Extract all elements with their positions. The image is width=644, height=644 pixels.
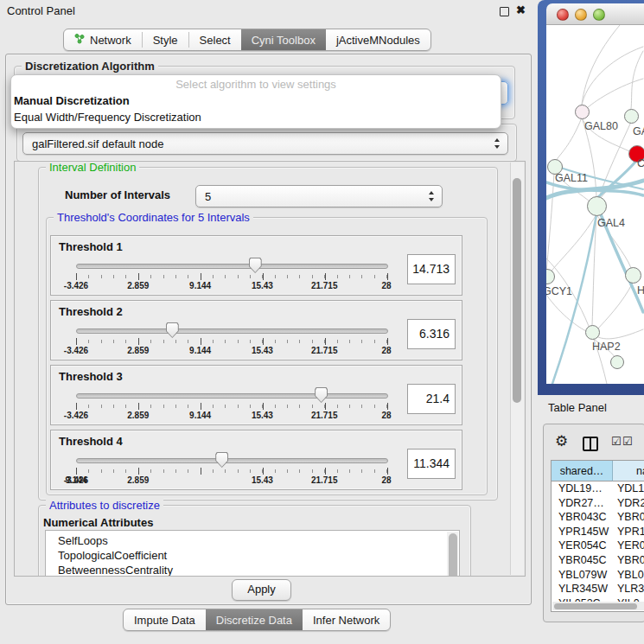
number-of-intervals-label: Number of Intervals (65, 185, 170, 206)
numerical-attributes-list: SelfLoops TopologicalCoefficient Between… (45, 530, 460, 577)
apply-button[interactable]: Apply (232, 579, 291, 601)
scrollbar-thumb[interactable] (513, 178, 521, 403)
threshold-4-label: Threshold 4 (59, 435, 123, 448)
node-gal4[interactable] (587, 196, 607, 216)
threshold-3-value-field[interactable]: 21.4 (407, 384, 456, 414)
checkbox-icon[interactable]: ☑ (611, 435, 622, 448)
node-label-gcy1: GCY1 (546, 285, 572, 297)
attributes-group: Attributes to discretize Numerical Attri… (38, 505, 471, 577)
tab-network-label: Network (90, 34, 131, 47)
list-item[interactable]: SelfLoops (46, 531, 459, 548)
slider-ticks (76, 273, 387, 280)
number-of-intervals-combo[interactable]: 5 (195, 185, 443, 207)
threshold-panel-2: Threshold 2 -3.4262.859 9.14415.43 21.71… (50, 300, 462, 360)
vertical-scrollbar[interactable] (510, 163, 524, 575)
column-header-name[interactable]: na (613, 461, 644, 481)
float-window-icon[interactable] (500, 7, 509, 16)
cyni-bottom-tabstrip: Impute Data Discretize Data Infer Networ… (123, 609, 391, 631)
combo-arrows-icon (494, 138, 501, 149)
threshold-1-slider-thumb[interactable] (249, 258, 262, 273)
table-data-combo[interactable]: galFiltered.sif default node (22, 132, 508, 155)
control-panel-tabstrip: Network Style Select Cyni Toolbox jActiv… (63, 29, 431, 51)
threshold-1-label: Threshold 1 (59, 240, 123, 253)
attributes-group-title: Attributes to discretize (46, 499, 163, 512)
table-row[interactable]: YDL19…YDL1 (552, 481, 644, 496)
discretization-algorithm-group-title: Discretization Algorithm (22, 60, 158, 73)
interval-definition-group-title: Interval Definition (46, 161, 139, 174)
thresholds-group: Threshold's Coordinates for 5 Intervals … (46, 217, 488, 495)
checkbox-icon[interactable]: ☑ (622, 435, 633, 448)
table-row[interactable]: YLR345WYLR3 (552, 582, 644, 596)
table-row[interactable]: YBR043CYBR0 (552, 510, 644, 525)
horizontal-scrollbar[interactable] (552, 602, 644, 610)
list-item[interactable]: BetweennessCentrality (46, 563, 459, 577)
slider-scale-labels: -3.4262.859 9.14415.43 21.71528 (76, 411, 386, 420)
node-top-right[interactable] (624, 109, 639, 124)
node-label-ga: GA (633, 125, 644, 137)
node-hap2[interactable] (585, 325, 600, 340)
threshold-4-value-field[interactable]: 11.344 (407, 449, 456, 479)
network-view-window: GAL80 GA C GAL11 GAL4 GCY1 H HAP2 (538, 0, 644, 395)
threshold-4-slider[interactable] (76, 458, 388, 463)
interval-definition-group: Interval Definition Number of Intervals … (38, 167, 498, 501)
popup-item-equal-width-frequency[interactable]: Equal Width/Frequency Discretization (11, 109, 501, 125)
slider-ticks (76, 338, 387, 345)
table-row[interactable]: YER054CYER0 (552, 539, 644, 553)
slider-scale-labels: -3.4262.859 9.14415.43 21.71528 (76, 346, 386, 355)
tab-jactivemnodules[interactable]: jActiveMNodules (326, 29, 430, 50)
node-label-h: H (637, 284, 644, 296)
threshold-2-value-field[interactable]: 6.316 (407, 319, 456, 349)
control-panel-titlebar: Control Panel ✖ (0, 0, 536, 22)
node-label-gal4: GAL4 (597, 217, 625, 229)
threshold-4-slider-thumb[interactable] (215, 452, 228, 468)
thresholds-group-title: Threshold's Coordinates for 5 Intervals (54, 211, 253, 224)
algorithm-dropdown-popup: Select algorithm to view settings Manual… (10, 74, 501, 129)
tab-style[interactable]: Style (143, 29, 188, 50)
threshold-3-slider[interactable] (76, 393, 388, 399)
table-row[interactable]: YBR045CYBR0 (552, 553, 644, 568)
tab-select[interactable]: Select (189, 29, 241, 50)
table-data-combo-value: galFiltered.sif default node (32, 133, 163, 154)
network-canvas[interactable]: GAL80 GA C GAL11 GAL4 GCY1 H HAP2 (546, 25, 644, 384)
tab-impute-data[interactable]: Impute Data (124, 609, 206, 630)
threshold-3-slider-thumb[interactable] (315, 387, 328, 403)
popup-item-manual-discretization[interactable]: Manual Discretization (11, 92, 501, 109)
network-window-titlebar[interactable] (546, 3, 644, 25)
table-row[interactable]: YPR145WYPR1 (552, 525, 644, 539)
slider-scale-labels: -3.4262.859 9.14415.43 21.71528 (76, 281, 386, 290)
close-icon[interactable]: ✖ (516, 3, 526, 16)
slider-ticks (76, 403, 387, 410)
threshold-1-value-field[interactable]: 14.713 (407, 254, 456, 284)
close-traffic-light[interactable] (557, 9, 569, 21)
table-panel-title: Table Panel (548, 401, 607, 414)
table-row[interactable]: YBL079WYBL0 (552, 568, 644, 583)
tab-network[interactable]: Network (64, 29, 142, 50)
column-header-shared-name[interactable]: shared… (552, 461, 613, 481)
threshold-1-slider[interactable] (76, 264, 388, 269)
tab-infer-network[interactable]: Infer Network (303, 609, 390, 630)
minimize-traffic-light[interactable] (575, 9, 587, 21)
gear-icon[interactable]: ⚙ (555, 434, 568, 449)
threshold-panel-3: Threshold 3 -3.4262.859 9.14415.43 21.71… (50, 365, 462, 425)
zoom-traffic-light[interactable] (593, 9, 605, 21)
threshold-2-slider[interactable] (76, 328, 388, 334)
tab-cyni-toolbox[interactable]: Cyni Toolbox (241, 29, 326, 50)
table-panel: ⚙ ☑ ☑ shared… na YDL19…YDL1 YDR27…YDR2 Y… (543, 424, 644, 622)
table-data-group: Table Data galFiltered.sif default node (16, 124, 517, 162)
network-icon (74, 33, 85, 47)
node-attribute-table: shared… na YDL19…YDL1 YDR27…YDR2 YBR043C… (551, 460, 644, 612)
table-row[interactable]: YDR27…YDR2 (552, 496, 644, 511)
node-gal80[interactable] (575, 105, 590, 119)
tab-discretize-data[interactable]: Discretize Data (206, 609, 303, 630)
scrollbar-thumb[interactable] (554, 603, 637, 609)
threshold-panel-4: Threshold 4 -3.4262.859 9.14415.43 21.71… (50, 430, 462, 490)
threshold-3-label: Threshold 3 (59, 370, 123, 383)
column-split-icon[interactable] (583, 437, 598, 451)
node-bottom[interactable] (610, 355, 624, 369)
node-h[interactable] (625, 267, 641, 284)
list-scrollbar[interactable] (447, 532, 458, 577)
list-item[interactable]: TopologicalCoefficient (46, 548, 459, 563)
threshold-2-label: Threshold 2 (59, 305, 123, 318)
threshold-2-slider-thumb[interactable] (166, 322, 179, 338)
numerical-attributes-label: Numerical Attributes (43, 516, 153, 529)
